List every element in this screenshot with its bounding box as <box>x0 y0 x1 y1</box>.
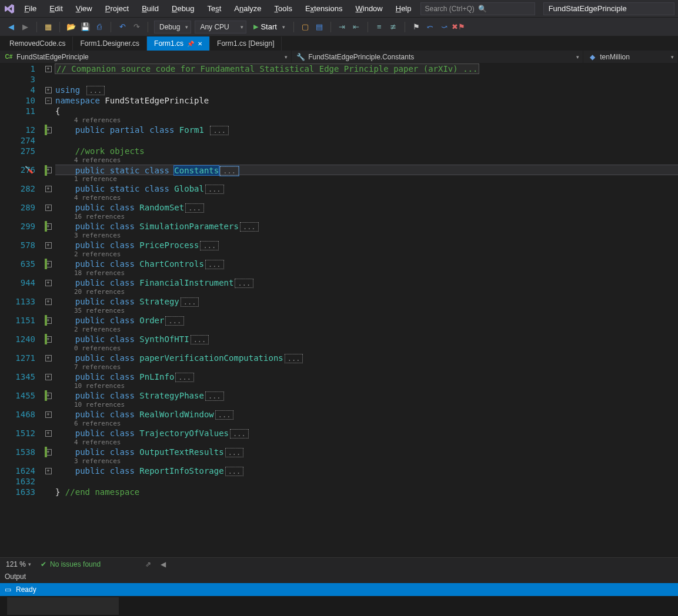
menu-file[interactable]: File <box>18 2 42 15</box>
zoom-combo[interactable]: 121 % <box>6 560 31 568</box>
fold-toggle[interactable]: + <box>45 430 52 437</box>
fold-toggle[interactable]: + <box>45 280 52 286</box>
document-tab-well: RemovedCode.csForm1.Designer.csForm1.cs📌… <box>0 36 678 51</box>
fold-toggle[interactable]: + <box>45 186 52 192</box>
save-all-button[interactable]: ⎙ <box>94 22 105 32</box>
codelens-references[interactable]: 4 references <box>55 194 678 202</box>
comment-icon[interactable]: ≡ <box>374 22 385 32</box>
solution-name[interactable]: FundStatEdgePrinciple <box>543 2 674 15</box>
tab-form1-designer-cs[interactable]: Form1.Designer.cs <box>73 36 147 51</box>
status-bar: ▭ Ready <box>0 583 678 596</box>
menu-bar: FileEditViewProjectBuildDebugTestAnalyze… <box>0 0 678 18</box>
new-button[interactable]: ▦ <box>43 22 54 32</box>
search-placeholder: Search (Ctrl+Q) <box>425 5 477 13</box>
nav-left-icon[interactable]: ◀ <box>161 560 166 568</box>
toolbar: ◀ ▶ ▦ 📂 💾 ⎙ ↶ ↷ Debug Any CPU ▶ Start ▢ … <box>0 18 678 36</box>
undo-button[interactable]: ↶ <box>117 22 128 32</box>
codelens-references[interactable]: 7 references <box>55 363 678 371</box>
codelens-references[interactable]: 35 references <box>55 307 678 315</box>
codelens-references[interactable]: 1 reference <box>55 175 678 183</box>
start-debug-button[interactable]: ▶ Start <box>250 21 287 34</box>
menu-view[interactable]: View <box>70 2 98 15</box>
search-icon: 🔍 <box>478 5 531 13</box>
line-number-gutter: 1341011122742752762822892995786359441133… <box>0 63 41 557</box>
codelens-references[interactable]: 0 references <box>55 344 678 353</box>
fold-toggle[interactable]: + <box>45 374 52 380</box>
menu-analyze[interactable]: Analyze <box>228 2 267 15</box>
fold-toggle[interactable]: + <box>45 355 52 361</box>
menu-project[interactable]: Project <box>99 2 135 15</box>
code-area[interactable]: // Companion source code for Fundamental… <box>55 63 678 557</box>
uncomment-icon[interactable]: ≢ <box>388 22 399 32</box>
play-icon: ▶ <box>253 23 258 31</box>
nav-fwd-button[interactable]: ▶ <box>20 22 31 32</box>
codelens-references[interactable]: 20 references <box>55 288 678 296</box>
menu-test[interactable]: Test <box>201 2 227 15</box>
nav-scope[interactable]: C# FundStatEdgePrinciple <box>0 51 292 63</box>
config-combo[interactable]: Debug <box>154 21 191 34</box>
menu-window[interactable]: Window <box>349 2 388 15</box>
window-icon: ▭ <box>5 585 11 594</box>
fold-toggle[interactable]: + <box>45 468 52 474</box>
close-icon[interactable]: ✕ <box>198 41 202 47</box>
redo-button[interactable]: ↷ <box>131 22 142 32</box>
fold-toggle[interactable]: + <box>45 411 52 418</box>
search-box[interactable]: Search (Ctrl+Q) 🔍 <box>420 2 535 15</box>
codelens-references[interactable]: 10 references <box>55 382 678 390</box>
editor-status-bar: 121 % ✔ No issues found ⇗ ◀ <box>0 557 678 570</box>
vs-logo-icon <box>4 3 15 15</box>
taskbar-item[interactable] <box>7 597 119 615</box>
issues-indicator[interactable]: ✔ No issues found <box>41 560 101 568</box>
code-editor[interactable]: 1341011122742752762822892995786359441133… <box>0 63 678 557</box>
platform-combo[interactable]: Any CPU <box>195 21 246 34</box>
codelens-references[interactable]: 2 references <box>55 250 678 259</box>
codelens-references[interactable]: 2 references <box>55 326 678 334</box>
indent-icon[interactable]: ⇥ <box>337 22 348 32</box>
class-icon: 🔧 <box>296 53 305 61</box>
menu-extensions[interactable]: Extensions <box>299 2 349 15</box>
codelens-references[interactable]: 4 references <box>55 438 678 447</box>
codelens-references[interactable]: 3 references <box>55 232 678 240</box>
menu-debug[interactable]: Debug <box>166 2 200 15</box>
fold-toggle[interactable]: + <box>45 299 52 305</box>
tab-form1-cs-design-[interactable]: Form1.cs [Design] <box>210 36 282 51</box>
bookmark-clear-icon[interactable]: ✖⚑ <box>453 22 464 32</box>
fold-margin: ++−++++++++++++++++++ <box>41 63 55 557</box>
codelens-references[interactable]: 4 references <box>55 156 678 165</box>
tb-icon2[interactable]: ▤ <box>314 22 325 32</box>
menu-build[interactable]: Build <box>136 2 165 15</box>
codelens-references[interactable]: 6 references <box>55 420 678 428</box>
menu-edit[interactable]: Edit <box>44 2 68 15</box>
nav-back-button[interactable]: ◀ <box>6 22 16 32</box>
save-button[interactable]: 💾 <box>80 22 91 32</box>
taskbar <box>0 596 678 616</box>
bookmark-next-icon[interactable]: ⤻ <box>439 22 450 32</box>
tab-removedcode-cs[interactable]: RemovedCode.cs <box>2 36 73 51</box>
nav-type[interactable]: 🔧 FundStatEdgePrinciple.Constants <box>292 51 583 63</box>
open-button[interactable]: 📂 <box>66 22 76 32</box>
codelens-references[interactable]: 16 references <box>55 213 678 221</box>
codelens-references[interactable]: 10 references <box>55 401 678 409</box>
tb-icon1[interactable]: ▢ <box>300 22 310 32</box>
ok-icon: ✔ <box>41 560 46 568</box>
codelens-references[interactable]: 18 references <box>55 269 678 277</box>
fold-toggle[interactable]: + <box>45 66 52 72</box>
pin-icon[interactable]: 📌 <box>187 41 194 47</box>
outdent-icon[interactable]: ⇤ <box>351 22 362 32</box>
menu-help[interactable]: Help <box>390 2 418 15</box>
bookmark-icon[interactable]: ⚑ <box>411 22 422 32</box>
codelens-references[interactable]: 4 references <box>55 116 678 125</box>
nav-member[interactable]: ◆ tenMillion <box>583 51 678 63</box>
status-text: Ready <box>16 585 36 594</box>
menu-tools[interactable]: Tools <box>269 2 298 15</box>
fold-toggle[interactable]: + <box>45 87 52 93</box>
tab-form1-cs[interactable]: Form1.cs📌✕ <box>147 36 210 51</box>
fold-toggle[interactable]: + <box>45 242 52 249</box>
bookmark-prev-icon[interactable]: ⤺ <box>425 22 436 32</box>
fold-toggle[interactable]: − <box>45 98 52 104</box>
output-panel-header[interactable]: Output <box>0 570 678 583</box>
slash-btn[interactable]: ⇗ <box>145 560 151 568</box>
quick-actions-icon[interactable]: 🪛 <box>25 166 34 174</box>
fold-toggle[interactable]: + <box>45 205 52 211</box>
codelens-references[interactable]: 3 references <box>55 457 678 466</box>
